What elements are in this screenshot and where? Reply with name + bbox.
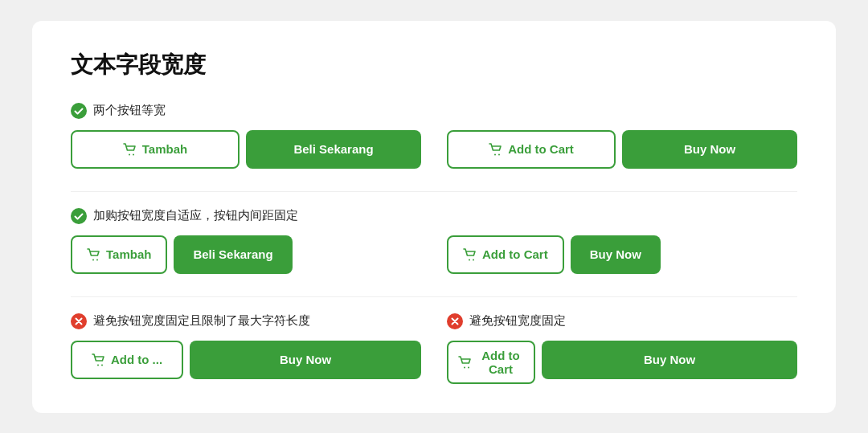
page-title: 文本字段宽度 [71, 50, 797, 80]
cart-icon [489, 143, 503, 156]
beli-button-1[interactable]: Beli Sekarang [246, 130, 421, 169]
section-equal: 两个按钮等宽 Tambah Beli Sekarang [71, 103, 797, 169]
main-card: 文本字段宽度 两个按钮等宽 Tambah Beli [32, 21, 836, 413]
cart-icon [87, 248, 101, 261]
cart-icon [463, 248, 477, 261]
section-bad-right-label: 避免按钮宽度固定 [447, 313, 797, 329]
section-adaptive: 加购按钮宽度自适应，按钮内间距固定 Tambah Beli Sekarang [71, 208, 797, 274]
section-equal-buttons: Tambah Beli Sekarang Add to Cart Buy Now [71, 130, 797, 169]
svg-point-1 [129, 153, 130, 155]
x-icon-left [71, 313, 87, 329]
svg-point-7 [96, 259, 98, 260]
buy-now-button-2[interactable]: Buy Now [571, 235, 661, 274]
tambah-button-2[interactable]: Tambah [71, 235, 167, 274]
bad-sections: 避免按钮宽度固定且限制了最大字符长度 Add to ... Buy Now [71, 313, 797, 384]
svg-point-4 [498, 153, 500, 155]
section-equal-label: 两个按钮等宽 [71, 103, 797, 119]
cart-icon [123, 143, 137, 156]
svg-point-6 [92, 259, 94, 260]
btn-group-left-equal: Tambah Beli Sekarang [71, 130, 421, 169]
divider-1 [71, 191, 797, 192]
svg-point-9 [473, 259, 474, 260]
svg-point-11 [97, 364, 99, 366]
section-adaptive-label: 加购按钮宽度自适应，按钮内间距固定 [71, 208, 797, 224]
section-adaptive-buttons: Tambah Beli Sekarang Add to Cart Buy Now [71, 235, 797, 274]
btn-group-left-adaptive: Tambah Beli Sekarang [71, 235, 421, 274]
buy-now-button-bad-right[interactable]: Buy Now [542, 341, 797, 379]
btn-group-bad-right: Add to Cart Buy Now [447, 341, 797, 384]
buy-now-button-1[interactable]: Buy Now [622, 130, 797, 169]
cart-icon [92, 353, 106, 366]
x-icon-right [447, 313, 463, 329]
beli-button-2[interactable]: Beli Sekarang [174, 235, 292, 274]
check-icon-2 [71, 208, 87, 224]
btn-group-right-adaptive: Add to Cart Buy Now [447, 235, 797, 274]
add-to-cart-button-2[interactable]: Add to Cart [447, 235, 564, 274]
btn-group-right-equal: Add to Cart Buy Now [447, 130, 797, 169]
section-bad-left-label: 避免按钮宽度固定且限制了最大字符长度 [71, 313, 421, 329]
svg-point-15 [468, 366, 469, 368]
check-icon [71, 103, 87, 119]
add-to-truncated-button[interactable]: Add to ... [71, 341, 183, 379]
cart-icon [458, 356, 473, 369]
svg-point-2 [133, 153, 134, 155]
svg-point-12 [101, 364, 103, 366]
add-to-cart-wrap-button[interactable]: Add to Cart [447, 341, 535, 384]
section-bad-right: 避免按钮宽度固定 Add to Cart Buy Now [447, 313, 797, 384]
svg-point-8 [469, 259, 470, 260]
svg-point-5 [71, 208, 87, 224]
svg-point-0 [71, 103, 87, 119]
tambah-button-1[interactable]: Tambah [71, 130, 240, 169]
divider-2 [71, 296, 797, 297]
buy-now-button-bad-left[interactable]: Buy Now [190, 341, 421, 379]
svg-point-3 [494, 153, 496, 155]
section-bad-left: 避免按钮宽度固定且限制了最大字符长度 Add to ... Buy Now [71, 313, 421, 384]
add-to-cart-button-1[interactable]: Add to Cart [447, 130, 616, 169]
btn-group-bad-left: Add to ... Buy Now [71, 341, 421, 379]
svg-point-14 [464, 366, 465, 368]
